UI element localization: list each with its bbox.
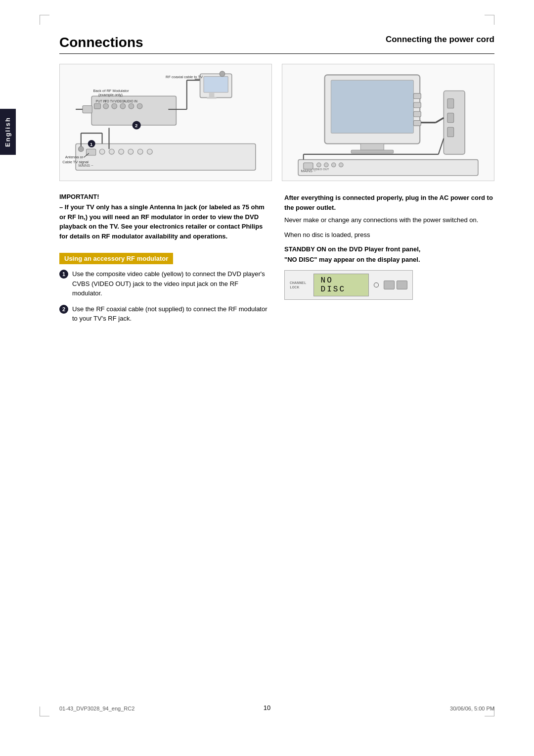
svg-rect-28 [209, 93, 215, 97]
svg-rect-66 [339, 163, 343, 167]
after-connected-heading: After everything is connected properly, … [284, 193, 494, 212]
page-footer: 01-43_DVP3028_94_eng_RC2 30/06/06, 5:00 … [59, 706, 494, 711]
content-right: After everything is connected properly, … [284, 193, 494, 330]
svg-rect-2 [99, 149, 105, 154]
svg-rect-56 [447, 113, 454, 122]
title-divider [59, 53, 494, 54]
corner-mark-bl [40, 707, 49, 716]
svg-rect-63 [317, 163, 321, 167]
step-number-1: 1 [59, 270, 68, 279]
svg-rect-27 [204, 77, 228, 93]
svg-rect-20 [137, 103, 142, 109]
svg-rect-4 [119, 149, 124, 154]
svg-rect-5 [128, 149, 134, 154]
svg-rect-54 [444, 91, 465, 154]
svg-rect-17 [112, 103, 117, 109]
svg-rect-57 [447, 127, 454, 137]
svg-rect-6 [137, 149, 143, 154]
footer-right: 30/06/06, 5:00 PM [450, 706, 494, 711]
svg-rect-64 [324, 163, 329, 167]
svg-rect-55 [447, 99, 454, 108]
svg-rect-61 [304, 163, 313, 169]
content-left: IMPORTANT! – If your TV only has a singl… [59, 193, 269, 330]
display-btn-2 [397, 281, 407, 289]
svg-rect-29 [207, 97, 216, 98]
display-left-label: CHANNELLOCK [290, 281, 309, 289]
svg-rect-53 [413, 120, 421, 126]
svg-rect-0 [76, 143, 256, 170]
svg-rect-7 [147, 149, 153, 154]
svg-rect-19 [129, 103, 134, 109]
power-cord-svg: MAINS ~ VIDEO OUT [282, 64, 494, 181]
svg-rect-51 [413, 102, 421, 108]
svg-text:(example only): (example only) [98, 93, 123, 97]
diagram-row: MAINS ~ PUT IN TO TV VIDEO AUDIO IN [59, 64, 494, 181]
rf-modulator-svg: MAINS ~ PUT IN TO TV VIDEO AUDIO IN [60, 64, 271, 181]
rf-steps-list: 1 Use the composite video cable (yellow)… [59, 269, 269, 324]
svg-rect-50 [413, 94, 421, 99]
svg-text:1: 1 [90, 142, 93, 147]
svg-rect-21 [83, 105, 92, 113]
svg-text:AUDIO IN: AUDIO IN [123, 99, 137, 103]
svg-rect-3 [109, 149, 115, 154]
svg-rect-15 [94, 103, 101, 109]
corner-mark-tl [40, 15, 49, 25]
content-row: IMPORTANT! – If your TV only has a singl… [59, 193, 494, 330]
never-change-text: Never make or change any connections wit… [284, 215, 494, 225]
page-title-section: Connections Connecting the power cord [59, 35, 494, 54]
step-2-text: Use the RF coaxial cable (not supplied) … [72, 304, 269, 324]
svg-rect-65 [332, 163, 336, 167]
display-indicator [374, 283, 379, 287]
display-screen: NO DISC [313, 274, 369, 296]
svg-line-59 [436, 118, 444, 123]
svg-rect-16 [103, 103, 109, 109]
svg-rect-48 [360, 143, 384, 150]
display-btn-1 [384, 281, 395, 289]
important-text: – If your TV only has a single Antenna I… [59, 202, 269, 241]
svg-line-70 [439, 139, 444, 154]
diagram-power-cord: MAINS ~ VIDEO OUT [282, 64, 494, 181]
svg-text:Antenna or: Antenna or [65, 155, 84, 159]
rf-step-2: 2 Use the RF coaxial cable (not supplied… [59, 304, 269, 324]
svg-rect-49 [351, 150, 394, 153]
svg-text:TO TV: TO TV [105, 99, 114, 103]
step-1-text: Use the composite video cable (yellow) t… [72, 269, 269, 298]
svg-text:VIDEO: VIDEO [114, 99, 124, 103]
display-buttons [384, 281, 407, 289]
connecting-power-heading: Connecting the power cord [386, 35, 494, 45]
corner-mark-tr [485, 15, 494, 25]
svg-text:Cable TV signal: Cable TV signal [62, 160, 89, 164]
standby-heading: STANDBY ON on the DVD Player front panel… [284, 244, 494, 265]
svg-rect-52 [413, 111, 421, 117]
svg-text:VIDEO OUT: VIDEO OUT [313, 168, 329, 171]
footer-left: 01-43_DVP3028_94_eng_RC2 [59, 706, 134, 711]
svg-text:RF coaxial cable to TV: RF coaxial cable to TV [166, 75, 203, 79]
svg-rect-47 [331, 80, 413, 133]
diagram-rf-modulator: MAINS ~ PUT IN TO TV VIDEO AUDIO IN [59, 64, 272, 181]
svg-text:2: 2 [135, 123, 137, 128]
rf-step-1: 1 Use the composite video cable (yellow)… [59, 269, 269, 298]
when-no-disc-text: When no disc is loaded, press [284, 230, 494, 240]
display-panel: CHANNELLOCK NO DISC [284, 270, 413, 300]
svg-point-40 [78, 146, 84, 152]
english-tab: English [0, 109, 16, 155]
rf-modulator-box: Using an accessory RF modulator [59, 253, 173, 264]
important-label: IMPORTANT! [59, 193, 269, 200]
step-number-2: 2 [59, 305, 68, 314]
svg-rect-18 [120, 103, 126, 109]
svg-point-30 [220, 71, 225, 77]
